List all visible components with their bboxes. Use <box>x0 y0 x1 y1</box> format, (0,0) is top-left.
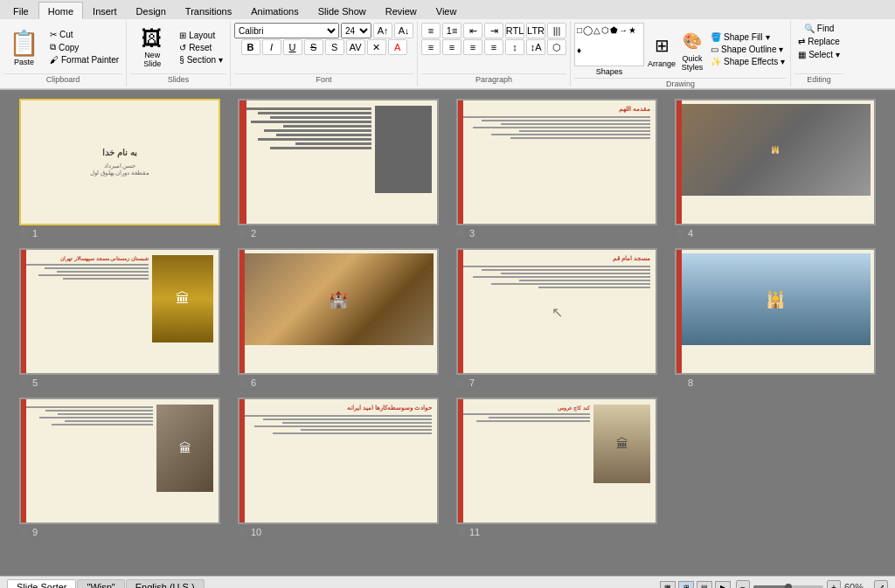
line-spacing-button[interactable]: ↕ <box>505 39 524 55</box>
strikethrough-button[interactable]: S <box>304 39 323 55</box>
reset-button[interactable]: ↺ Reset <box>176 42 226 53</box>
slide-item[interactable]: ☆ 2 <box>233 99 443 239</box>
slide-thumbnail[interactable]: کند کاج عروس 🏛 <box>456 398 657 524</box>
status-tab-wisp[interactable]: "Wisp" <box>77 579 124 588</box>
italic-button[interactable]: I <box>262 39 281 55</box>
slide-item[interactable]: 🕌 ☆ 4 <box>670 99 880 239</box>
slide-7-star[interactable]: ☆ <box>456 377 466 389</box>
clear-format-button[interactable]: ✕ <box>367 39 386 55</box>
format-painter-button[interactable]: 🖌 Format Painter <box>46 54 122 66</box>
slide-11-star[interactable]: ☆ <box>456 526 466 538</box>
slide-item[interactable]: شبستان زمستانی مسجد سپهسالار تهران 🏛 ☆ <box>15 248 225 389</box>
select-button[interactable]: ▦ Select ▾ <box>794 49 843 60</box>
char-spacing-button[interactable]: AV <box>346 39 365 55</box>
underline-button[interactable]: U <box>283 39 302 55</box>
slide-10-star[interactable]: ☆ <box>238 526 247 538</box>
slide-item[interactable]: مسجد امام قم ↖ ☆ 7 <box>452 248 662 389</box>
align-center-button[interactable]: ≡ <box>442 39 461 55</box>
align-right-button[interactable]: ≡ <box>463 39 482 55</box>
tab-home[interactable]: Home <box>38 2 83 19</box>
bold-button[interactable]: B <box>241 39 260 55</box>
tab-view[interactable]: View <box>427 2 467 19</box>
slide-11-photo: 🏛 <box>593 405 650 483</box>
slide-thumbnail[interactable]: مسجد امام قم ↖ <box>456 248 657 375</box>
slide-thumbnail[interactable]: 🏛 <box>19 398 220 524</box>
slides-panel: به نام خدا حسن امیردادمقطعة دوران پهلوق … <box>0 90 895 576</box>
normal-view-icon[interactable]: ▦ <box>660 581 676 588</box>
replace-button[interactable]: ⇄ Replace <box>794 36 843 47</box>
slide-item[interactable]: به نام خدا حسن امیردادمقطعة دوران پهلوق … <box>15 99 225 239</box>
slide-item[interactable]: 🕌 ☆ 8 <box>670 248 880 389</box>
tab-file[interactable]: File <box>3 2 38 19</box>
slide-thumbnail[interactable]: 🕌 <box>675 99 876 225</box>
bullets-button[interactable]: ≡ <box>421 23 441 38</box>
paste-button[interactable]: 📋 Paste <box>3 27 45 68</box>
smartart-button[interactable]: ⬡ <box>547 39 566 55</box>
slide-thumbnail[interactable]: به نام خدا حسن امیردادمقطعة دوران پهلوق … <box>19 99 220 225</box>
shape-outline-button[interactable]: ▭ Shape Outline ▾ <box>709 44 787 55</box>
slide-4-star[interactable]: ☆ <box>675 227 684 239</box>
increase-indent-button[interactable]: ⇥ <box>484 23 503 38</box>
tab-animations[interactable]: Animations <box>241 2 308 19</box>
slide-5-star[interactable]: ☆ <box>19 377 29 389</box>
font-size-up-button[interactable]: A↑ <box>373 23 392 38</box>
font-size-select[interactable]: 24 <box>341 23 371 38</box>
text-shadow-button[interactable]: S <box>325 39 344 55</box>
slide-1-star[interactable]: ☆ <box>19 227 29 239</box>
fit-slide-button[interactable]: ⤢ <box>874 580 888 588</box>
justify-button[interactable]: ≡ <box>484 39 503 55</box>
tab-slideshow[interactable]: Slide Show <box>309 2 376 19</box>
slide-sorter-view-icon[interactable]: ⊞ <box>678 581 694 588</box>
slide-item[interactable]: حوادث وسوسطه‌کارها امید ایرانه ☆ 10 <box>233 398 443 538</box>
slide-3-star[interactable]: ☆ <box>456 227 466 239</box>
zoom-in-button[interactable]: + <box>827 580 841 588</box>
slide-item[interactable]: کند کاج عروس 🏛 ☆ 11 <box>452 398 662 538</box>
numbering-button[interactable]: 1≡ <box>442 23 461 38</box>
align-left-button[interactable]: ≡ <box>421 39 441 55</box>
font-size-down-button[interactable]: A↓ <box>394 23 413 38</box>
slide-thumbnail[interactable]: مقدمه اللهم <box>456 99 657 225</box>
cut-button[interactable]: ✂ Cut <box>46 29 122 40</box>
slide-thumbnail[interactable]: شبستان زمستانی مسجد سپهسالار تهران 🏛 <box>19 248 220 375</box>
slide-item[interactable]: 🏰 ☆ 6 <box>233 248 443 389</box>
ltr-button[interactable]: LTR <box>526 23 545 38</box>
slide-thumbnail[interactable]: حوادث وسوسطه‌کارها امید ایرانه <box>238 398 439 524</box>
tab-design[interactable]: Design <box>127 2 176 19</box>
tab-review[interactable]: Review <box>376 2 427 19</box>
layout-button[interactable]: ⊞ Layout <box>176 30 226 41</box>
tab-transitions[interactable]: Transitions <box>176 2 241 19</box>
slide-8-star[interactable]: ☆ <box>675 377 684 389</box>
quick-styles-container: 🎨 QuickStyles <box>679 28 705 72</box>
shape7-icon: ★ <box>628 25 636 45</box>
font-color-button[interactable]: A <box>388 39 407 55</box>
quick-styles-button[interactable]: 🎨 <box>679 28 705 54</box>
slide-item[interactable]: مقدمه اللهم ☆ 3 <box>452 99 662 239</box>
arrange-button[interactable]: ⊞ <box>651 31 673 59</box>
zoom-out-button[interactable]: − <box>736 580 750 588</box>
slide-2-star[interactable]: ☆ <box>238 227 247 239</box>
shapes-panel[interactable]: □ ◯ △ ⬡ ⬟ → ★ ♦ <box>574 23 644 66</box>
tab-insert[interactable]: Insert <box>83 2 127 19</box>
section-button[interactable]: § Section ▾ <box>176 54 226 66</box>
new-slide-button[interactable]: 🖼 NewSlide <box>130 24 174 70</box>
select-chevron: ▾ <box>836 50 840 59</box>
reading-view-icon[interactable]: ▤ <box>697 581 712 588</box>
slide-thumbnail[interactable]: 🕌 <box>675 248 876 375</box>
slide-9-star[interactable]: ☆ <box>19 526 29 538</box>
slide-thumbnail[interactable]: 🏰 <box>238 248 439 375</box>
shape-effects-button[interactable]: ✨ Shape Effects ▾ <box>709 56 787 67</box>
columns-button[interactable]: ||| <box>547 23 566 38</box>
slide-thumbnail[interactable] <box>238 99 439 225</box>
slide-6-star[interactable]: ☆ <box>238 377 247 389</box>
status-tab-slide-sorter[interactable]: Slide Sorter <box>7 579 76 588</box>
shape-fill-button[interactable]: 🪣 Shape Fill ▾ <box>709 31 787 43</box>
font-family-select[interactable]: Calibri <box>234 23 339 38</box>
slideshow-icon[interactable]: ▶ <box>715 581 731 588</box>
find-button[interactable]: 🔍 Find <box>801 23 837 34</box>
status-tab-language[interactable]: English (U.S.) <box>126 579 205 588</box>
slide-item[interactable]: 🏛 ☆ 9 <box>15 398 225 538</box>
decrease-indent-button[interactable]: ⇤ <box>463 23 482 38</box>
text-direction-button[interactable]: ↕A <box>526 39 545 55</box>
rtl-button[interactable]: RTL <box>505 23 524 38</box>
copy-button[interactable]: ⧉ Copy <box>46 41 122 53</box>
